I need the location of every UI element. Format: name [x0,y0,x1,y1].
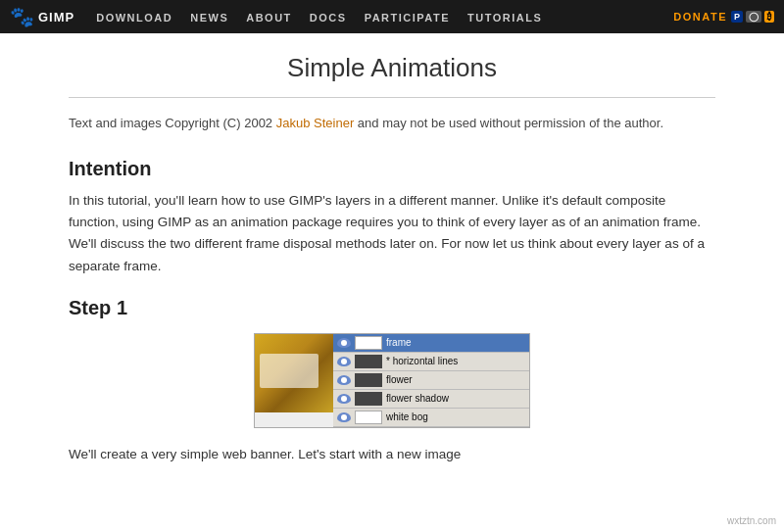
eye-icon-white-bog [337,412,351,422]
layer-thumb-frame [355,336,382,350]
page-title: Simple Animations [69,53,715,83]
navbar: 🐾 GIMP DOWNLOAD NEWS ABOUT DOCS PARTICIP… [0,0,784,33]
layer-row-hlines[interactable]: * horizontal lines [333,353,529,371]
logo[interactable]: 🐾 GIMP [10,5,74,28]
donate-section: DONATE P ◯ ₿ [673,11,774,23]
step1-text: We'll create a very simple web banner. L… [69,444,715,465]
layer-thumb-white-bog [355,411,382,424]
step1-image: frame * horizontal lines flower flower s… [69,333,715,428]
photo-thumbnail [255,334,333,412]
nav-item-news[interactable]: NEWS [182,9,236,24]
layer-name-white-bog: white bog [386,411,428,422]
eye-icon-flower-shadow [337,394,351,404]
nav-item-download[interactable]: DOWNLOAD [88,9,180,24]
layer-thumb-hlines [355,355,382,368]
nav-item-about[interactable]: ABOUT [238,9,300,24]
copyright-suffix: and may not be used without permission o… [354,116,663,130]
intention-text: In this tutorial, you'll learn how to us… [69,190,715,277]
layers-panel: frame * horizontal lines flower flower s… [254,333,530,428]
opennic-icon: ◯ [746,11,761,23]
layer-row-white-bog[interactable]: white bog [333,409,529,427]
nav-item-tutorials[interactable]: TUTORIALS [460,9,550,24]
layer-name-frame: frame [386,337,412,348]
layer-name-flower-shadow: flower shadow [386,393,449,404]
donate-link[interactable]: DONATE [673,11,727,23]
layer-row-flower[interactable]: flower [333,371,529,390]
nav-menu: DOWNLOAD NEWS ABOUT DOCS PARTICIPATE TUT… [88,9,673,24]
layer-row-frame[interactable]: frame [333,334,529,353]
layer-name-hlines: * horizontal lines [386,356,458,366]
eye-icon-hlines [337,357,351,366]
copyright-notice: Text and images Copyright (C) 2002 Jakub… [69,114,715,134]
layers-list: frame * horizontal lines flower flower s… [333,334,529,427]
step1-heading: Step 1 [69,297,715,319]
layer-name-flower: flower [386,374,413,385]
title-divider [69,97,715,98]
donate-icons: P ◯ ₿ [731,11,774,23]
nav-item-docs[interactable]: DOCS [302,9,355,24]
gimp-logo-icon: 🐾 [10,5,34,28]
copyright-prefix: Text and images Copyright (C) 2002 [69,116,276,130]
eye-icon-flower [337,375,351,385]
layer-thumb-flower [355,373,382,387]
bitcoin-icon: ₿ [764,11,774,23]
main-content: Simple Animations Text and images Copyri… [49,33,735,505]
layer-thumb-flower-shadow [355,392,382,406]
logo-text: GIMP [38,10,74,24]
intention-heading: Intention [69,158,715,180]
nav-item-participate[interactable]: PARTICIPATE [357,9,458,24]
paypal-icon: P [731,11,743,23]
layer-row-flower-shadow[interactable]: flower shadow [333,390,529,409]
author-link[interactable]: Jakub Steiner [276,116,355,130]
eye-icon-frame [337,338,351,348]
